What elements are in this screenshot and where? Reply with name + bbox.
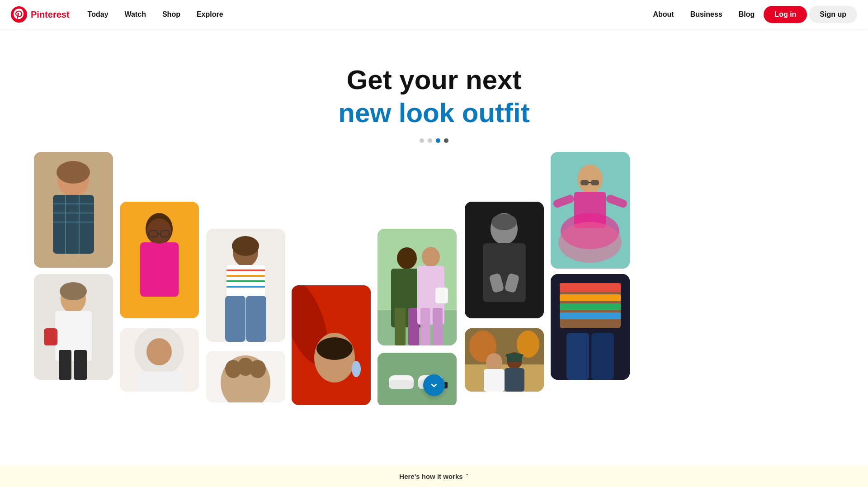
svg-point-84 bbox=[577, 165, 603, 194]
svg-rect-85 bbox=[580, 180, 589, 185]
svg-rect-80 bbox=[505, 368, 524, 392]
svg-rect-100 bbox=[591, 333, 614, 380]
signup-button[interactable]: Sign up bbox=[809, 6, 857, 23]
pin-card-10[interactable] bbox=[465, 202, 544, 318]
secondary-nav: About Business Blog bbox=[646, 7, 762, 22]
svg-rect-16 bbox=[44, 328, 57, 345]
svg-point-3 bbox=[57, 161, 90, 184]
svg-point-42 bbox=[250, 360, 266, 378]
login-button[interactable]: Log in bbox=[764, 6, 807, 23]
pin-card-5[interactable] bbox=[206, 229, 285, 342]
svg-rect-96 bbox=[560, 294, 621, 301]
svg-rect-95 bbox=[560, 283, 621, 292]
svg-point-46 bbox=[316, 337, 353, 360]
svg-point-12 bbox=[60, 282, 87, 300]
svg-rect-70 bbox=[483, 243, 526, 302]
nav-shop[interactable]: Shop bbox=[155, 7, 188, 22]
pin-figure-4 bbox=[120, 328, 199, 392]
svg-point-48 bbox=[326, 353, 332, 358]
pin-card-9[interactable] bbox=[377, 353, 457, 405]
svg-rect-54 bbox=[395, 308, 406, 345]
hero-dots bbox=[0, 138, 868, 143]
svg-rect-63 bbox=[389, 380, 414, 389]
image-grid bbox=[0, 152, 868, 405]
pin-card-4[interactable] bbox=[120, 328, 199, 392]
svg-point-56 bbox=[422, 247, 440, 267]
nav-business[interactable]: Business bbox=[683, 7, 730, 22]
logo-text: Pinterest bbox=[31, 9, 70, 20]
pin-figure-13 bbox=[551, 274, 630, 380]
hero-subtitle: new look outfit bbox=[0, 97, 868, 129]
svg-rect-27 bbox=[136, 371, 183, 392]
pin-figure-8 bbox=[377, 229, 457, 345]
pin-card-8[interactable] bbox=[377, 229, 457, 345]
pin-card-3[interactable] bbox=[120, 202, 199, 318]
scroll-down-button[interactable] bbox=[423, 374, 445, 396]
pin-figure-10 bbox=[465, 202, 544, 318]
pin-figure-2 bbox=[34, 274, 113, 380]
nav-watch[interactable]: Watch bbox=[118, 7, 153, 22]
svg-point-69 bbox=[491, 214, 517, 230]
hero-title: Get your next bbox=[0, 65, 868, 95]
svg-rect-98 bbox=[560, 312, 621, 319]
svg-point-52 bbox=[397, 247, 417, 269]
header-left: Pinterest Today Watch Shop Explore bbox=[11, 6, 231, 23]
pin-figure-7 bbox=[292, 285, 371, 405]
svg-point-82 bbox=[505, 353, 524, 358]
svg-point-47 bbox=[352, 361, 361, 377]
nav-blog[interactable]: Blog bbox=[731, 7, 762, 22]
svg-rect-58 bbox=[420, 308, 430, 345]
hero-section: Get your next new look outfit bbox=[0, 29, 868, 161]
nav-explore[interactable]: Explore bbox=[189, 7, 231, 22]
header: Pinterest Today Watch Shop Explore About… bbox=[0, 0, 868, 29]
pin-card-1[interactable] bbox=[34, 152, 113, 268]
nav-about[interactable]: About bbox=[646, 7, 681, 22]
logo[interactable]: Pinterest bbox=[11, 6, 70, 23]
pin-card-11[interactable] bbox=[465, 328, 544, 392]
svg-point-30 bbox=[232, 236, 259, 256]
svg-point-49 bbox=[337, 353, 344, 358]
svg-rect-97 bbox=[560, 303, 621, 310]
header-right: About Business Blog Log in Sign up bbox=[646, 6, 857, 23]
pin-card-7[interactable] bbox=[292, 285, 371, 405]
pin-figure-9 bbox=[377, 353, 457, 405]
nav-today[interactable]: Today bbox=[80, 7, 116, 22]
dot-1[interactable] bbox=[420, 138, 424, 143]
main-content: Get your next new look outfit bbox=[0, 0, 868, 458]
pin-card-13[interactable] bbox=[551, 274, 630, 380]
svg-rect-19 bbox=[140, 242, 179, 297]
pin-figure-11 bbox=[465, 328, 544, 392]
svg-point-26 bbox=[146, 338, 172, 365]
svg-point-90 bbox=[558, 222, 622, 263]
pin-card-2[interactable] bbox=[34, 274, 113, 380]
pin-card-12[interactable] bbox=[551, 152, 630, 269]
pin-figure-1 bbox=[34, 152, 113, 268]
pin-figure-6 bbox=[206, 351, 285, 402]
svg-rect-37 bbox=[246, 296, 266, 342]
pin-figure-3 bbox=[120, 202, 199, 318]
dot-4[interactable] bbox=[444, 138, 448, 143]
svg-rect-15 bbox=[74, 350, 87, 380]
svg-rect-59 bbox=[433, 308, 443, 345]
dot-2[interactable] bbox=[428, 138, 432, 143]
dot-3[interactable] bbox=[436, 138, 440, 143]
pin-figure-12 bbox=[551, 152, 630, 269]
svg-rect-60 bbox=[435, 288, 448, 303]
chevron-down-icon bbox=[429, 380, 439, 391]
svg-rect-36 bbox=[225, 296, 245, 342]
svg-point-76 bbox=[517, 331, 539, 358]
svg-point-77 bbox=[486, 353, 502, 371]
svg-rect-86 bbox=[591, 180, 599, 185]
pinterest-logo-icon bbox=[11, 6, 27, 23]
pin-figure-5 bbox=[206, 229, 285, 342]
pin-card-6[interactable] bbox=[206, 351, 285, 402]
main-nav: Today Watch Shop Explore bbox=[80, 7, 231, 22]
svg-rect-14 bbox=[59, 350, 71, 380]
svg-rect-99 bbox=[566, 333, 589, 380]
svg-rect-78 bbox=[484, 369, 505, 392]
